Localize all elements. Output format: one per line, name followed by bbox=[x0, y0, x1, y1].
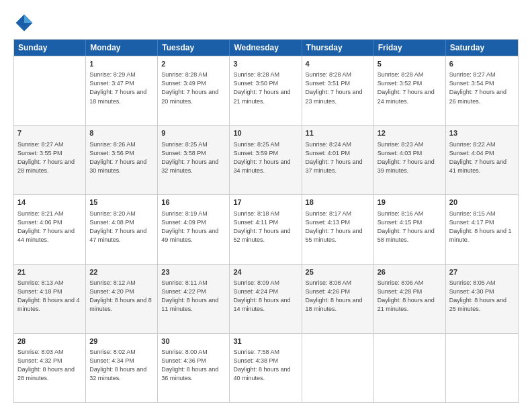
cell-info: Sunrise: 8:24 AMSunset: 4:01 PMDaylight:… bbox=[306, 140, 370, 175]
calendar-cell: 27Sunrise: 8:05 AMSunset: 4:30 PMDayligh… bbox=[446, 265, 518, 333]
day-number: 9 bbox=[161, 128, 226, 138]
svg-marker-1 bbox=[24, 15, 32, 23]
cell-info: Sunrise: 8:28 AMSunset: 3:52 PMDaylight:… bbox=[378, 71, 442, 105]
calendar-cell: 7Sunrise: 8:27 AMSunset: 3:55 PMDaylight… bbox=[14, 126, 86, 194]
calendar-cell: 20Sunrise: 8:15 AMSunset: 4:17 PMDayligh… bbox=[446, 195, 518, 263]
cell-info: Sunrise: 8:22 AMSunset: 4:04 PMDaylight:… bbox=[449, 140, 515, 175]
header-day-sunday: Sunday bbox=[14, 40, 86, 56]
logo-icon bbox=[13, 12, 35, 34]
day-number: 6 bbox=[449, 59, 515, 69]
header-day-tuesday: Tuesday bbox=[158, 40, 230, 56]
calendar-row-0: 1Sunrise: 8:29 AMSunset: 3:47 PMDaylight… bbox=[14, 56, 518, 125]
day-number: 27 bbox=[449, 267, 515, 277]
calendar-cell: 2Sunrise: 8:28 AMSunset: 3:49 PMDaylight… bbox=[158, 56, 230, 125]
calendar-cell: 28Sunrise: 8:03 AMSunset: 4:32 PMDayligh… bbox=[14, 334, 86, 402]
day-number: 25 bbox=[306, 267, 370, 277]
cell-info: Sunrise: 8:11 AMSunset: 4:22 PMDaylight:… bbox=[161, 279, 226, 314]
cell-info: Sunrise: 8:12 AMSunset: 4:20 PMDaylight:… bbox=[89, 279, 154, 314]
day-number: 31 bbox=[233, 336, 298, 347]
calendar-cell: 15Sunrise: 8:20 AMSunset: 4:08 PMDayligh… bbox=[86, 195, 158, 263]
cell-info: Sunrise: 8:25 AMSunset: 3:58 PMDaylight:… bbox=[161, 140, 226, 175]
day-number: 3 bbox=[233, 59, 298, 69]
cell-info: Sunrise: 8:26 AMSunset: 3:56 PMDaylight:… bbox=[89, 140, 154, 175]
day-number: 4 bbox=[306, 59, 370, 69]
calendar-cell: 22Sunrise: 8:12 AMSunset: 4:20 PMDayligh… bbox=[86, 265, 158, 333]
calendar-cell: 10Sunrise: 8:25 AMSunset: 3:59 PMDayligh… bbox=[230, 126, 302, 194]
cell-info: Sunrise: 8:28 AMSunset: 3:49 PMDaylight:… bbox=[161, 71, 226, 105]
day-number: 15 bbox=[89, 197, 154, 208]
calendar-cell: 18Sunrise: 8:17 AMSunset: 4:13 PMDayligh… bbox=[302, 195, 374, 263]
calendar-cell: 17Sunrise: 8:18 AMSunset: 4:11 PMDayligh… bbox=[230, 195, 302, 263]
day-number: 29 bbox=[89, 336, 154, 347]
day-number: 26 bbox=[378, 267, 442, 277]
calendar-cell: 12Sunrise: 8:23 AMSunset: 4:03 PMDayligh… bbox=[374, 126, 446, 194]
calendar-cell: 8Sunrise: 8:26 AMSunset: 3:56 PMDaylight… bbox=[86, 126, 158, 194]
calendar-cell bbox=[374, 334, 446, 402]
header-day-monday: Monday bbox=[86, 40, 158, 56]
calendar-cell: 11Sunrise: 8:24 AMSunset: 4:01 PMDayligh… bbox=[302, 126, 374, 194]
cell-info: Sunrise: 8:20 AMSunset: 4:08 PMDaylight:… bbox=[89, 210, 154, 244]
header bbox=[13, 12, 519, 34]
day-number: 2 bbox=[161, 59, 226, 69]
cell-info: Sunrise: 8:02 AMSunset: 4:34 PMDaylight:… bbox=[89, 348, 154, 383]
calendar-cell: 24Sunrise: 8:09 AMSunset: 4:24 PMDayligh… bbox=[230, 265, 302, 333]
cell-info: Sunrise: 8:23 AMSunset: 4:03 PMDaylight:… bbox=[378, 140, 442, 175]
cell-info: Sunrise: 8:00 AMSunset: 4:36 PMDaylight:… bbox=[161, 348, 226, 383]
calendar-cell: 5Sunrise: 8:28 AMSunset: 3:52 PMDaylight… bbox=[374, 56, 446, 125]
calendar-cell: 16Sunrise: 8:19 AMSunset: 4:09 PMDayligh… bbox=[158, 195, 230, 263]
day-number: 16 bbox=[161, 197, 226, 208]
day-number: 8 bbox=[89, 128, 154, 138]
calendar-cell: 29Sunrise: 8:02 AMSunset: 4:34 PMDayligh… bbox=[86, 334, 158, 402]
cell-info: Sunrise: 8:06 AMSunset: 4:28 PMDaylight:… bbox=[378, 279, 442, 314]
day-number: 13 bbox=[449, 128, 515, 138]
cell-info: Sunrise: 8:15 AMSunset: 4:17 PMDaylight:… bbox=[449, 210, 515, 244]
cell-info: Sunrise: 7:58 AMSunset: 4:38 PMDaylight:… bbox=[233, 348, 298, 383]
calendar-cell: 25Sunrise: 8:08 AMSunset: 4:26 PMDayligh… bbox=[302, 265, 374, 333]
cell-info: Sunrise: 8:28 AMSunset: 3:51 PMDaylight:… bbox=[306, 71, 370, 105]
cell-info: Sunrise: 8:09 AMSunset: 4:24 PMDaylight:… bbox=[233, 279, 298, 314]
day-number: 24 bbox=[233, 267, 298, 277]
day-number: 10 bbox=[233, 128, 298, 138]
calendar-body: 1Sunrise: 8:29 AMSunset: 3:47 PMDaylight… bbox=[14, 56, 518, 402]
calendar-row-1: 7Sunrise: 8:27 AMSunset: 3:55 PMDaylight… bbox=[14, 125, 518, 194]
cell-info: Sunrise: 8:25 AMSunset: 3:59 PMDaylight:… bbox=[233, 140, 298, 175]
calendar-header: SundayMondayTuesdayWednesdayThursdayFrid… bbox=[14, 40, 518, 56]
page: SundayMondayTuesdayWednesdayThursdayFrid… bbox=[0, 0, 532, 411]
cell-info: Sunrise: 8:03 AMSunset: 4:32 PMDaylight:… bbox=[17, 348, 82, 383]
calendar: SundayMondayTuesdayWednesdayThursdayFrid… bbox=[13, 39, 519, 403]
cell-info: Sunrise: 8:19 AMSunset: 4:09 PMDaylight:… bbox=[161, 210, 226, 244]
header-day-saturday: Saturday bbox=[446, 40, 518, 56]
calendar-cell: 4Sunrise: 8:28 AMSunset: 3:51 PMDaylight… bbox=[302, 56, 374, 125]
cell-info: Sunrise: 8:21 AMSunset: 4:06 PMDaylight:… bbox=[17, 210, 82, 244]
day-number: 19 bbox=[378, 197, 442, 208]
calendar-row-3: 21Sunrise: 8:13 AMSunset: 4:18 PMDayligh… bbox=[14, 264, 518, 333]
calendar-cell bbox=[302, 334, 374, 402]
day-number: 1 bbox=[89, 59, 154, 69]
day-number: 5 bbox=[378, 59, 442, 69]
calendar-cell: 26Sunrise: 8:06 AMSunset: 4:28 PMDayligh… bbox=[374, 265, 446, 333]
calendar-cell: 23Sunrise: 8:11 AMSunset: 4:22 PMDayligh… bbox=[158, 265, 230, 333]
calendar-cell: 1Sunrise: 8:29 AMSunset: 3:47 PMDaylight… bbox=[86, 56, 158, 125]
calendar-cell: 3Sunrise: 8:28 AMSunset: 3:50 PMDaylight… bbox=[230, 56, 302, 125]
cell-info: Sunrise: 8:27 AMSunset: 3:55 PMDaylight:… bbox=[17, 140, 82, 175]
logo bbox=[13, 12, 38, 34]
calendar-cell: 31Sunrise: 7:58 AMSunset: 4:38 PMDayligh… bbox=[230, 334, 302, 402]
calendar-cell: 30Sunrise: 8:00 AMSunset: 4:36 PMDayligh… bbox=[158, 334, 230, 402]
cell-info: Sunrise: 8:27 AMSunset: 3:54 PMDaylight:… bbox=[449, 71, 515, 105]
day-number: 18 bbox=[306, 197, 370, 208]
cell-info: Sunrise: 8:17 AMSunset: 4:13 PMDaylight:… bbox=[306, 210, 370, 244]
calendar-row-4: 28Sunrise: 8:03 AMSunset: 4:32 PMDayligh… bbox=[14, 333, 518, 402]
day-number: 17 bbox=[233, 197, 298, 208]
cell-info: Sunrise: 8:18 AMSunset: 4:11 PMDaylight:… bbox=[233, 210, 298, 244]
calendar-row-2: 14Sunrise: 8:21 AMSunset: 4:06 PMDayligh… bbox=[14, 194, 518, 263]
header-day-thursday: Thursday bbox=[302, 40, 374, 56]
header-day-wednesday: Wednesday bbox=[230, 40, 302, 56]
calendar-cell: 19Sunrise: 8:16 AMSunset: 4:15 PMDayligh… bbox=[374, 195, 446, 263]
cell-info: Sunrise: 8:13 AMSunset: 4:18 PMDaylight:… bbox=[17, 279, 82, 314]
day-number: 21 bbox=[17, 267, 82, 277]
day-number: 14 bbox=[17, 197, 82, 208]
cell-info: Sunrise: 8:28 AMSunset: 3:50 PMDaylight:… bbox=[233, 71, 298, 105]
day-number: 7 bbox=[17, 128, 82, 138]
cell-info: Sunrise: 8:16 AMSunset: 4:15 PMDaylight:… bbox=[378, 210, 442, 244]
cell-info: Sunrise: 8:08 AMSunset: 4:26 PMDaylight:… bbox=[306, 279, 370, 314]
